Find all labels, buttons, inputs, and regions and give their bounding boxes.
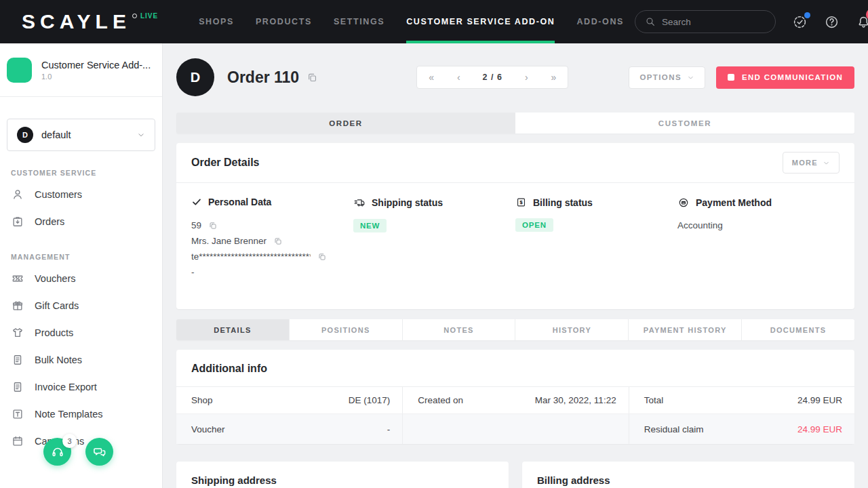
search-input[interactable] xyxy=(662,17,757,27)
pagination-next-button[interactable]: › xyxy=(513,66,540,88)
addon-app-version: 1.0 xyxy=(41,73,151,81)
checkmark-icon xyxy=(191,197,202,207)
help-button[interactable] xyxy=(824,14,840,30)
addon-app-icon xyxy=(7,58,32,83)
billing-status-label: Billing status xyxy=(533,197,593,208)
global-search[interactable] xyxy=(635,10,776,33)
stop-icon xyxy=(728,74,734,81)
headset-icon xyxy=(50,445,65,460)
pagination-first-button[interactable]: « xyxy=(417,66,446,88)
approvals-button[interactable] xyxy=(792,14,808,30)
subtab-documents[interactable]: DOCUMENTS xyxy=(741,319,854,340)
nav-item-customer-service-add-on[interactable]: CUSTOMER SERVICE ADD-ON xyxy=(395,0,566,43)
info-label: Voucher xyxy=(191,424,225,434)
logo-circle-icon xyxy=(132,14,137,18)
more-button[interactable]: MORE xyxy=(783,152,840,174)
truck-icon xyxy=(353,197,366,209)
info-value: 24.99 EUR xyxy=(797,395,842,405)
end-communication-button[interactable]: END COMMUNICATION xyxy=(716,66,854,89)
copy-customer-id-button[interactable] xyxy=(208,221,218,230)
top-nav: SHOPS PRODUCTS SETTINGS CUSTOMER SERVICE… xyxy=(188,0,635,43)
live-badge: LIVE xyxy=(140,12,158,20)
tab-customer[interactable]: CUSTOMER xyxy=(515,113,854,134)
nav-item-settings[interactable]: SETTINGS xyxy=(323,0,395,43)
info-value: Mar 30, 2022, 11:22 xyxy=(535,395,616,405)
sidebar-item-label: Bulk Notes xyxy=(35,354,82,365)
shipping-status-column: Shipping status NEW xyxy=(353,197,515,280)
more-button-label: MORE xyxy=(792,159,818,167)
sidebar-item-label: Invoice Export xyxy=(35,382,97,392)
masked-email-value: te*********************************... xyxy=(191,249,311,264)
info-cell-empty xyxy=(402,413,628,444)
voucher-ticket-icon xyxy=(11,272,24,285)
payment-method-header: Payment Method xyxy=(677,197,840,209)
sidebar-item-label: Gift Cards xyxy=(35,300,79,311)
tab-order[interactable]: ORDER xyxy=(176,113,515,134)
customer-id-value: 59 xyxy=(191,218,201,233)
options-button[interactable]: OPTIONS xyxy=(629,66,705,89)
support-count-badge: 3 xyxy=(62,434,77,448)
topbar-right-controls: 1 SB xyxy=(635,10,868,33)
approvals-dot-badge xyxy=(804,12,810,18)
subtab-positions[interactable]: POSITIONS xyxy=(289,319,402,340)
pagination-last-button[interactable]: » xyxy=(540,66,568,88)
sidebar-item-orders[interactable]: Orders xyxy=(0,208,162,235)
chat-bubbles-icon xyxy=(92,445,107,460)
subtab-history[interactable]: HISTORY xyxy=(515,319,628,340)
info-value: - xyxy=(387,424,391,434)
scayle-logo[interactable]: SCAYLE LIVE xyxy=(22,11,158,33)
store-initial-avatar: D xyxy=(17,127,33,143)
additional-info-title: Additional info xyxy=(191,363,840,375)
billing-address-card: Billing address xyxy=(522,462,854,488)
store-selector[interactable]: D default xyxy=(7,119,155,151)
logo-text: SCAYLE xyxy=(22,11,131,33)
pagination-prev-button[interactable]: ‹ xyxy=(446,66,472,88)
addon-app-name: Customer Service Add-... xyxy=(41,60,151,70)
store-selector-label: default xyxy=(41,129,71,140)
sidebar: Customer Service Add-... 1.0 D default C… xyxy=(0,43,163,488)
sidebar-item-bulk-notes[interactable]: Bulk Notes xyxy=(0,346,162,373)
sidebar-item-campaigns[interactable]: Campaigns xyxy=(0,428,162,455)
payment-method-column: Payment Method Accounting xyxy=(677,197,840,280)
sidebar-item-products[interactable]: Products xyxy=(0,319,162,346)
sidebar-item-label: Products xyxy=(35,327,73,338)
pagination-indicator: 2 / 6 xyxy=(472,73,513,82)
customer-id-row: 59 xyxy=(191,218,353,233)
document-icon xyxy=(11,380,24,394)
template-t-icon xyxy=(11,407,24,421)
chevron-down-icon xyxy=(687,74,694,81)
header-actions: OPTIONS END COMMUNICATION xyxy=(629,66,854,89)
payment-method-value: Accounting xyxy=(677,220,723,230)
subtab-payment-history[interactable]: PAYMENT HISTORY xyxy=(628,319,741,340)
info-value-residual-claim: 24.99 EUR xyxy=(797,424,842,434)
sidebar-item-vouchers[interactable]: Vouchers xyxy=(0,265,162,292)
subtab-notes[interactable]: NOTES xyxy=(402,319,515,340)
additional-info-header: Additional info xyxy=(176,350,854,386)
sidebar-item-note-templates[interactable]: Note Templates xyxy=(0,401,162,428)
info-label: Shop xyxy=(191,395,213,405)
info-cell-shop: Shop DE (1017) xyxy=(176,387,402,413)
shipping-status-badge: NEW xyxy=(353,219,387,232)
options-button-label: OPTIONS xyxy=(639,73,682,81)
additional-info-card: Additional info Shop DE (1017) Created o… xyxy=(176,350,854,444)
page-title: Order 110 xyxy=(227,68,299,87)
info-cell-total: Total 24.99 EUR xyxy=(629,387,854,413)
svg-text:$: $ xyxy=(519,199,523,205)
nav-item-add-ons[interactable]: ADD-ONS xyxy=(566,0,635,43)
chat-button[interactable] xyxy=(85,438,113,466)
nav-item-products[interactable]: PRODUCTS xyxy=(245,0,323,43)
order-box-icon xyxy=(11,215,24,228)
info-label: Residual claim xyxy=(644,424,704,434)
customer-phone-row: - xyxy=(191,264,353,280)
subtab-details[interactable]: DETAILS xyxy=(176,319,289,340)
copy-email-button[interactable] xyxy=(317,252,327,262)
top-navigation-bar: SCAYLE LIVE SHOPS PRODUCTS SETTINGS CUST… xyxy=(0,0,868,43)
nav-item-shops[interactable]: SHOPS xyxy=(188,0,245,43)
sidebar-item-gift-cards[interactable]: Gift Cards xyxy=(0,292,162,319)
copy-name-button[interactable] xyxy=(273,237,283,246)
copy-icon xyxy=(317,252,327,262)
copy-order-id-button[interactable] xyxy=(307,72,318,83)
notifications-button[interactable]: 1 xyxy=(856,14,868,30)
sidebar-item-invoice-export[interactable]: Invoice Export xyxy=(0,373,162,401)
sidebar-item-customers[interactable]: Customers xyxy=(0,181,162,208)
